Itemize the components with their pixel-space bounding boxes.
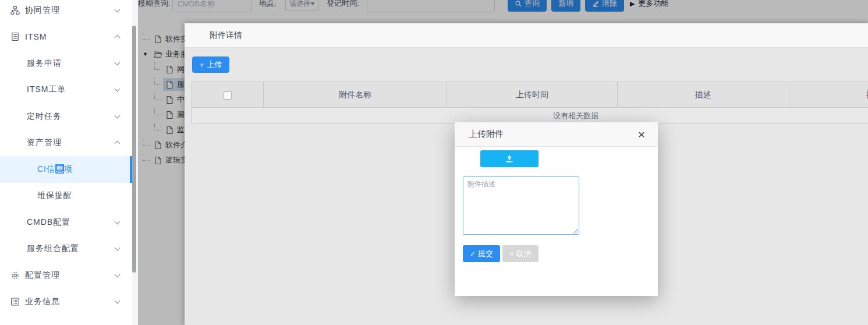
chevron-up-icon <box>115 35 121 41</box>
file-upload-button[interactable] <box>480 150 538 167</box>
plus-icon: + <box>200 61 204 69</box>
form-icon <box>10 297 20 307</box>
description-field-wrap <box>463 176 579 235</box>
table-header-cell: 描述 <box>617 82 789 108</box>
panel-title: 附件详情 <box>210 30 242 41</box>
attachments-table-header-row: 附件名称上传时间描述操作 <box>192 82 868 108</box>
sidebar-item-label: CI信息项 <box>37 164 73 175</box>
upload-button[interactable]: + 上传 <box>192 56 229 73</box>
select-all-header <box>192 82 264 108</box>
table-header-cell: 附件名称 <box>264 82 447 108</box>
dialog-header: 上传附件 × <box>455 122 658 147</box>
sidebar-item-label: 维保提醒 <box>37 190 72 201</box>
sidebar-item[interactable]: CMDB配置 <box>0 209 132 236</box>
upload-dialog: 上传附件 × ✓ 提交 × <box>455 122 658 296</box>
no-data-text: 没有相关数据 <box>192 108 868 124</box>
sidebar-item[interactable]: ITSM <box>0 24 132 51</box>
sidebar-item-label: ITSM工单 <box>27 84 66 95</box>
gear-icon <box>10 270 20 280</box>
sidebar-scrollbar[interactable] <box>132 0 138 325</box>
sidebar-item-label: 协同管理 <box>25 5 60 16</box>
sidebar-item[interactable]: 定时任务 <box>0 103 132 130</box>
sidebar: 协同管理ITSM服务申请ITSM工单定时任务资产管理CI信息项维保提醒CMDB配… <box>0 0 132 325</box>
org-chart-icon <box>10 5 20 15</box>
sidebar-item-label: 服务申请 <box>27 58 62 69</box>
dialog-title: 上传附件 <box>469 129 504 140</box>
chevron-down-icon <box>115 218 121 224</box>
sidebar-item-label: 配置管理 <box>25 270 60 281</box>
panel-body: + 上传 附件名称上传时间描述操作 没有相关数据 <box>185 48 868 124</box>
sidebar-menu: 协同管理ITSM服务申请ITSM工单定时任务资产管理CI信息项维保提醒CMDB配… <box>0 0 132 315</box>
text-selection: 息 <box>55 164 64 174</box>
sidebar-item-label: 资产管理 <box>27 137 62 148</box>
dialog-actions: ✓ 提交 × 取消 <box>463 245 650 262</box>
panel-header: 附件详情 <box>185 23 868 48</box>
sidebar-item[interactable]: 业务信息 <box>0 289 132 316</box>
select-all-checkbox[interactable] <box>224 91 232 100</box>
check-icon: ✓ <box>470 250 476 258</box>
chevron-down-icon <box>115 86 121 92</box>
chevron-down-icon <box>115 59 121 65</box>
attachments-table: 附件名称上传时间描述操作 没有相关数据 <box>192 82 868 124</box>
app-root: 模糊查询: 地点: 请选择 登记时间: 查询 新增 清除 ▶ 更多功能 <box>0 0 868 325</box>
sidebar-item-label: 业务信息 <box>25 296 60 307</box>
table-header-cell: 操作 <box>789 82 868 108</box>
chevron-down-icon <box>115 112 121 118</box>
sidebar-item[interactable]: 配置管理 <box>0 262 132 289</box>
submit-button[interactable]: ✓ 提交 <box>463 245 500 262</box>
document-icon <box>10 32 20 42</box>
sidebar-item[interactable]: ITSM工单 <box>0 77 132 104</box>
sidebar-item-label: 服务组合配置 <box>27 243 79 254</box>
description-textarea[interactable] <box>463 176 579 235</box>
sidebar-scrollbar-thumb[interactable] <box>132 26 136 273</box>
chevron-down-icon <box>115 271 121 277</box>
sidebar-item[interactable]: 协同管理 <box>0 0 132 24</box>
chevron-down-icon <box>115 6 121 12</box>
upload-icon <box>505 154 514 164</box>
dialog-body: ✓ 提交 × 取消 <box>455 147 658 262</box>
sidebar-item[interactable]: 服务组合配置 <box>0 236 132 263</box>
sidebar-item-label: ITSM <box>25 32 47 41</box>
chevron-down-icon <box>115 245 121 251</box>
sidebar-item[interactable]: 维保提醒 <box>0 183 132 210</box>
sidebar-item[interactable]: 服务申请 <box>0 50 132 77</box>
sidebar-item-label: 定时任务 <box>27 111 62 122</box>
chevron-up-icon <box>115 141 121 147</box>
empty-row: 没有相关数据 <box>192 108 868 124</box>
sidebar-item-label: CMDB配置 <box>27 217 70 228</box>
close-icon[interactable]: × <box>638 128 645 140</box>
cross-icon: × <box>509 250 513 258</box>
table-header-cell: 上传时间 <box>447 82 617 108</box>
sidebar-item[interactable]: 资产管理 <box>0 130 132 157</box>
cancel-button[interactable]: × 取消 <box>502 245 538 262</box>
sidebar-item[interactable]: CI信息项 <box>0 156 132 183</box>
attachments-table-wrap: 附件名称上传时间描述操作 没有相关数据 <box>192 82 868 124</box>
chevron-down-icon <box>115 298 121 304</box>
